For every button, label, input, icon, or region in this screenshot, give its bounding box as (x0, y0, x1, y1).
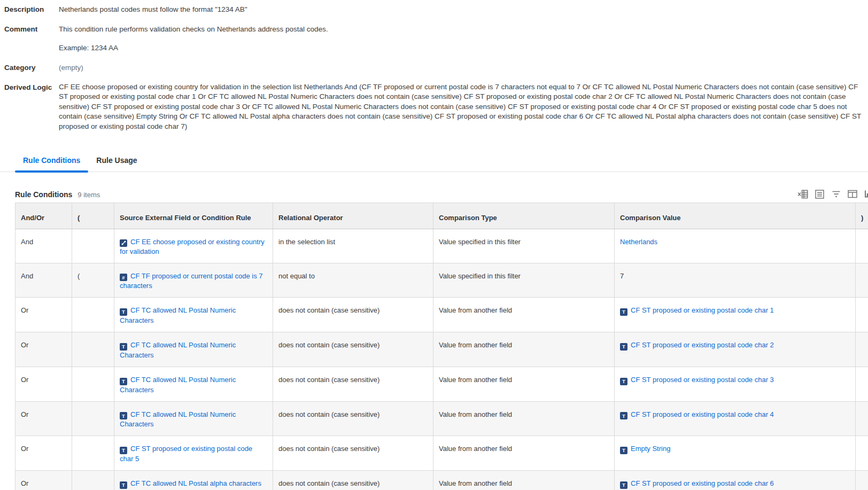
tab-bar: Rule Conditions Rule Usage (0, 156, 868, 172)
table-row: OrTCF TC allowed NL Postal Numeric Chara… (15, 298, 868, 332)
comment-line-2: Example: 1234 AA (59, 43, 328, 53)
cell-and-or: And (15, 229, 72, 263)
cell-source: TCF TC allowed NL Postal Numeric Charact… (114, 332, 273, 367)
source-field-link[interactable]: CF TC allowed NL Postal Numeric Characte… (120, 341, 236, 359)
cell-open-paren (72, 298, 114, 332)
comparison-value-link[interactable]: CF ST proposed or existing postal code c… (631, 479, 774, 487)
column-header-comparison-type[interactable]: Comparison Type (433, 203, 615, 229)
cell-close-paren (856, 401, 868, 436)
cell-relational-operator: does not contain (case sensitive) (273, 471, 433, 490)
source-field-link[interactable]: CF EE choose proposed or existing countr… (120, 238, 265, 255)
rule-detail-fields: Description Netherlands postal codes mus… (0, 0, 868, 131)
comparison-value-link[interactable]: CF ST proposed or existing postal code c… (631, 410, 774, 418)
cell-source: CF EE choose proposed or existing countr… (114, 229, 273, 263)
text-field-icon: T (120, 378, 127, 385)
grid-header-bar: Rule Conditions9 items (0, 186, 868, 199)
field-reference: #CF TF proposed or current postal code i… (120, 272, 263, 290)
text-field-icon: T (620, 447, 627, 454)
cell-and-or: Or (15, 471, 72, 490)
text-field-icon: T (620, 308, 627, 316)
text-field-icon: T (620, 481, 627, 489)
source-field-link[interactable]: CF ST proposed or existing postal code c… (120, 445, 252, 463)
category-value: (empty) (59, 63, 83, 73)
cell-and-or: Or (15, 436, 72, 471)
column-header-close-paren[interactable]: ) (856, 203, 868, 229)
cell-source: TCF TC allowed NL Postal alpha character… (114, 471, 273, 490)
cell-comparison-value: TCF ST proposed or existing postal code … (615, 367, 856, 401)
number-field-icon: # (120, 274, 127, 281)
text-field-icon: T (120, 481, 127, 489)
cell-source: #CF TF proposed or current postal code i… (114, 263, 273, 298)
rule-conditions-table: And/Or ( Source External Field or Condit… (15, 203, 868, 490)
source-field-link[interactable]: CF TC allowed NL Postal Numeric Characte… (120, 376, 236, 394)
derived-logic-value: CF EE choose proposed or existing countr… (59, 82, 868, 131)
text-field-icon: T (620, 412, 627, 419)
column-header-and-or[interactable]: And/Or (15, 203, 72, 229)
filter-icon[interactable] (831, 189, 841, 199)
comparison-value-link[interactable]: Empty String (631, 445, 670, 453)
source-field-link[interactable]: CF TC allowed NL Postal Numeric Characte… (120, 410, 236, 429)
cell-comparison-type: Value specified in this filter (433, 263, 615, 298)
comment-value: This condition rule performs validation … (59, 24, 328, 53)
related-field-icon (120, 239, 127, 247)
description-label: Description (4, 4, 59, 14)
tab-rule-conditions[interactable]: Rule Conditions (15, 156, 88, 172)
source-field-link[interactable]: CF TF proposed or current postal code is… (120, 272, 263, 290)
table-row: And(#CF TF proposed or current postal co… (15, 263, 868, 298)
cell-source: TCF TC allowed NL Postal Numeric Charact… (114, 367, 273, 401)
column-header-source[interactable]: Source External Field or Condition Rule (114, 203, 273, 229)
table-row: OrTCF TC allowed NL Postal Numeric Chara… (15, 367, 868, 401)
field-reference: TCF TC allowed NL Postal alpha character… (120, 479, 261, 487)
cell-comparison-value: Netherlands (615, 229, 856, 263)
table-row: AndCF EE choose proposed or existing cou… (15, 229, 868, 263)
cell-relational-operator: does not contain (case sensitive) (273, 401, 433, 436)
text-field-icon: T (120, 308, 127, 316)
cell-comparison-type: Value from another field (433, 436, 615, 471)
cell-and-or: Or (15, 367, 72, 401)
field-reference: TCF TC allowed NL Postal Numeric Charact… (120, 341, 236, 359)
source-field-link[interactable]: CF TC allowed NL Postal alpha characters (130, 479, 261, 487)
cell-comparison-type: Value from another field (433, 332, 615, 367)
field-reference: TCF ST proposed or existing postal code … (620, 341, 774, 349)
column-header-open-paren[interactable]: ( (72, 203, 114, 229)
cell-close-paren (856, 332, 868, 367)
cell-relational-operator: in the selection list (273, 229, 433, 263)
cell-open-paren (72, 436, 114, 471)
source-field-link[interactable]: CF TC allowed NL Postal Numeric Characte… (120, 306, 236, 324)
cell-and-or: And (15, 263, 72, 298)
cell-comparison-type: Value from another field (433, 298, 615, 332)
table-row: OrTCF TC allowed NL Postal alpha charact… (15, 471, 868, 490)
comparison-value-link[interactable]: CF ST proposed or existing postal code c… (631, 376, 774, 384)
comparison-value-link[interactable]: Netherlands (620, 238, 657, 246)
cell-comparison-type: Value from another field (433, 401, 615, 436)
cell-and-or: Or (15, 401, 72, 436)
comparison-value-link[interactable]: CF ST proposed or existing postal code c… (631, 306, 774, 314)
cell-source: TCF ST proposed or existing postal code … (114, 436, 273, 471)
cell-relational-operator: does not contain (case sensitive) (273, 367, 433, 401)
cell-comparison-value: TCF ST proposed or existing postal code … (615, 298, 856, 332)
cell-and-or: Or (15, 298, 72, 332)
export-to-excel-icon[interactable] (797, 189, 808, 199)
cell-relational-operator: not equal to (273, 263, 433, 298)
category-label: Category (4, 63, 59, 73)
grid-title: Rule Conditions (15, 190, 72, 199)
comparison-value-link[interactable]: CF ST proposed or existing postal code c… (631, 341, 774, 349)
cell-comparison-value: TCF ST proposed or existing postal code … (615, 471, 856, 490)
freeze-columns-icon[interactable] (847, 189, 858, 199)
cell-close-paren (856, 367, 868, 401)
tab-rule-usage[interactable]: Rule Usage (88, 156, 145, 172)
description-field: Description Netherlands postal codes mus… (4, 4, 868, 14)
chart-icon[interactable] (864, 189, 868, 199)
cell-relational-operator: does not contain (case sensitive) (273, 298, 433, 332)
field-reference: TCF ST proposed or existing postal code … (620, 410, 774, 418)
column-header-relational-operator[interactable]: Relational Operator (273, 203, 433, 229)
cell-close-paren (856, 263, 868, 298)
table-header-row: And/Or ( Source External Field or Condit… (15, 203, 868, 229)
cell-open-paren (72, 332, 114, 367)
cell-comparison-value: TCF ST proposed or existing postal code … (615, 401, 856, 436)
column-header-comparison-value[interactable]: Comparison Value (615, 203, 856, 229)
field-reference: TCF ST proposed or existing postal code … (620, 376, 774, 384)
cell-source: TCF TC allowed NL Postal Numeric Charact… (114, 401, 273, 436)
cell-open-paren (72, 229, 114, 263)
expand-grid-icon[interactable] (814, 189, 825, 199)
